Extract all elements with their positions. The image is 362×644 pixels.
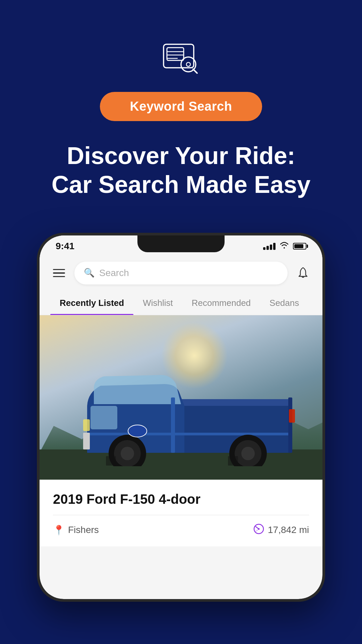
car-location-text: Fishers (68, 525, 99, 535)
phone-mockup: 9:41 (37, 233, 325, 602)
svg-rect-10 (90, 406, 117, 429)
car-divider (53, 515, 309, 515)
signal-bar-2 (266, 246, 269, 250)
car-meta: 📍 Fishers 17,842 mi (53, 523, 309, 537)
battery-icon (293, 243, 306, 250)
phone-notch (137, 235, 225, 252)
svg-point-17 (241, 447, 255, 460)
status-icons (263, 241, 306, 251)
car-mileage: 17,842 mi (253, 523, 309, 537)
car-mileage-text: 17,842 mi (268, 525, 309, 535)
top-section: Keyword Search Discover Your Ride: Car S… (0, 0, 362, 233)
svg-point-14 (121, 447, 134, 460)
car-info-section: 2019 Ford F-150 4-door 📍 Fishers (40, 480, 322, 546)
svg-rect-8 (168, 399, 292, 453)
svg-rect-11 (87, 433, 292, 435)
notification-bell-icon[interactable] (294, 264, 312, 282)
tab-recently-listed[interactable]: Recently Listed (50, 291, 133, 315)
svg-line-7 (193, 69, 197, 73)
svg-point-20 (128, 425, 147, 437)
truck-illustration (60, 366, 302, 466)
svg-rect-24 (106, 456, 116, 466)
svg-rect-25 (228, 456, 238, 466)
tab-recommended[interactable]: Recommended (182, 291, 260, 315)
svg-rect-23 (289, 409, 295, 423)
location-pin-icon: 📍 (53, 525, 65, 536)
svg-rect-18 (83, 419, 90, 431)
signal-bar-3 (270, 245, 272, 250)
phone-frame: 9:41 (37, 233, 325, 602)
status-time: 9:41 (56, 241, 74, 252)
app-header: 🔍 Search (40, 255, 322, 291)
car-image (40, 315, 322, 480)
tab-sedans[interactable]: Sedans (260, 291, 308, 315)
svg-point-6 (186, 62, 190, 66)
signal-bars-icon (263, 243, 276, 250)
tab-wishlist[interactable]: Wishlist (133, 291, 182, 315)
search-input-placeholder: Search (99, 268, 129, 278)
svg-rect-19 (83, 433, 90, 449)
battery-fill (294, 244, 303, 248)
signal-bar-4 (273, 243, 276, 250)
phone-screen: 9:41 (40, 235, 322, 599)
car-title: 2019 Ford F-150 4-door (53, 492, 309, 507)
tabs-row: Recently Listed Wishlist Recommended Sed… (40, 291, 322, 315)
hamburger-menu-icon[interactable] (50, 266, 68, 280)
signal-bar-1 (263, 247, 265, 250)
svg-rect-9 (168, 399, 292, 406)
keyword-search-button[interactable]: Keyword Search (100, 92, 262, 121)
hero-title: Discover Your Ride: Car Search Made Easy (32, 141, 330, 199)
wifi-icon (280, 241, 289, 251)
mileage-icon (253, 523, 264, 537)
search-bar[interactable]: 🔍 Search (74, 262, 288, 284)
car-location: 📍 Fishers (53, 525, 99, 536)
search-icon: 🔍 (84, 268, 95, 278)
svg-rect-22 (288, 397, 292, 453)
svg-rect-21 (171, 397, 175, 453)
app-logo-icon (161, 40, 201, 92)
